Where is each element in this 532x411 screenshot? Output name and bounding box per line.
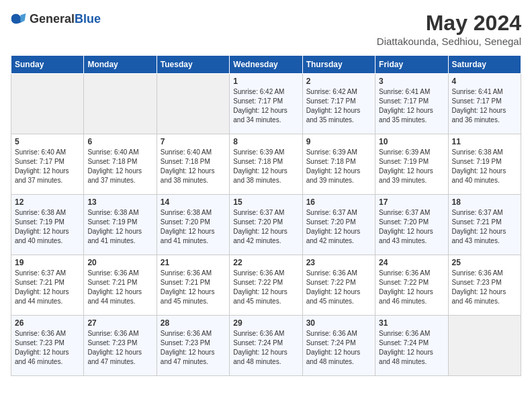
- calendar-cell: 1Sunrise: 6:42 AMSunset: 7:17 PMDaylight…: [230, 74, 302, 134]
- month-title: May 2024: [377, 11, 521, 36]
- day-info: Sunrise: 6:40 AMSunset: 7:17 PMDaylight:…: [15, 148, 80, 185]
- calendar-cell: 21Sunrise: 6:36 AMSunset: 7:21 PMDayligh…: [157, 255, 229, 316]
- calendar-cell: 18Sunrise: 6:37 AMSunset: 7:21 PMDayligh…: [448, 195, 521, 255]
- day-info: Sunrise: 6:36 AMSunset: 7:22 PMDaylight:…: [379, 269, 444, 306]
- day-info: Sunrise: 6:40 AMSunset: 7:18 PMDaylight:…: [161, 148, 226, 185]
- calendar-cell: 10Sunrise: 6:39 AMSunset: 7:19 PMDayligh…: [375, 134, 448, 195]
- column-header-thursday: Thursday: [302, 56, 375, 74]
- day-info: Sunrise: 6:42 AMSunset: 7:17 PMDaylight:…: [233, 87, 298, 125]
- day-info: Sunrise: 6:37 AMSunset: 7:21 PMDaylight:…: [15, 269, 80, 306]
- day-info: Sunrise: 6:41 AMSunset: 7:17 PMDaylight:…: [379, 87, 444, 125]
- column-header-sunday: Sunday: [11, 56, 84, 74]
- logo-blue: Blue: [75, 12, 101, 26]
- day-number: 18: [452, 197, 517, 207]
- day-number: 8: [233, 137, 298, 146]
- calendar-cell: 16Sunrise: 6:37 AMSunset: 7:20 PMDayligh…: [302, 195, 375, 255]
- calendar-cell: 29Sunrise: 6:36 AMSunset: 7:24 PMDayligh…: [230, 316, 302, 376]
- day-info: Sunrise: 6:38 AMSunset: 7:19 PMDaylight:…: [452, 148, 517, 185]
- calendar-week-row: 26Sunrise: 6:36 AMSunset: 7:23 PMDayligh…: [11, 316, 521, 376]
- calendar-cell: 30Sunrise: 6:36 AMSunset: 7:24 PMDayligh…: [302, 316, 375, 376]
- day-info: Sunrise: 6:37 AMSunset: 7:20 PMDaylight:…: [306, 208, 371, 246]
- day-info: Sunrise: 6:37 AMSunset: 7:21 PMDaylight:…: [452, 208, 517, 246]
- day-number: 23: [306, 258, 371, 267]
- day-number: 10: [379, 137, 444, 146]
- page-header: GeneralBlue May 2024 Diattakounda, Sedhi…: [11, 11, 521, 47]
- day-info: Sunrise: 6:36 AMSunset: 7:24 PMDaylight:…: [306, 329, 371, 367]
- day-info: Sunrise: 6:36 AMSunset: 7:23 PMDaylight:…: [161, 329, 226, 367]
- calendar-week-row: 1Sunrise: 6:42 AMSunset: 7:17 PMDaylight…: [11, 74, 521, 134]
- calendar-cell: [448, 316, 521, 376]
- day-number: 14: [161, 197, 226, 207]
- day-number: 21: [161, 258, 226, 267]
- calendar-cell: 24Sunrise: 6:36 AMSunset: 7:22 PMDayligh…: [375, 255, 448, 316]
- calendar-cell: 4Sunrise: 6:41 AMSunset: 7:17 PMDaylight…: [448, 74, 521, 134]
- calendar-cell: 20Sunrise: 6:36 AMSunset: 7:21 PMDayligh…: [84, 255, 157, 316]
- calendar-header-row: SundayMondayTuesdayWednesdayThursdayFrid…: [11, 56, 521, 74]
- day-number: 26: [15, 318, 80, 328]
- day-info: Sunrise: 6:37 AMSunset: 7:20 PMDaylight:…: [233, 208, 298, 246]
- logo: GeneralBlue: [11, 11, 101, 27]
- calendar-week-row: 12Sunrise: 6:38 AMSunset: 7:19 PMDayligh…: [11, 195, 521, 255]
- calendar-cell: 15Sunrise: 6:37 AMSunset: 7:20 PMDayligh…: [230, 195, 302, 255]
- calendar-cell: 23Sunrise: 6:36 AMSunset: 7:22 PMDayligh…: [302, 255, 375, 316]
- calendar-cell: 19Sunrise: 6:37 AMSunset: 7:21 PMDayligh…: [11, 255, 84, 316]
- day-info: Sunrise: 6:36 AMSunset: 7:23 PMDaylight:…: [15, 329, 80, 367]
- day-number: 31: [379, 318, 444, 328]
- day-number: 27: [87, 318, 152, 328]
- calendar-cell: 2Sunrise: 6:42 AMSunset: 7:17 PMDaylight…: [302, 74, 375, 134]
- day-info: Sunrise: 6:36 AMSunset: 7:23 PMDaylight:…: [452, 269, 517, 306]
- calendar-cell: 3Sunrise: 6:41 AMSunset: 7:17 PMDaylight…: [375, 74, 448, 134]
- title-block: May 2024 Diattakounda, Sedhiou, Senegal: [377, 11, 521, 47]
- calendar-cell: 14Sunrise: 6:38 AMSunset: 7:20 PMDayligh…: [157, 195, 229, 255]
- day-number: 7: [161, 137, 226, 146]
- day-info: Sunrise: 6:40 AMSunset: 7:18 PMDaylight:…: [87, 148, 152, 185]
- calendar-cell: 13Sunrise: 6:38 AMSunset: 7:19 PMDayligh…: [84, 195, 157, 255]
- day-number: 6: [87, 137, 152, 146]
- day-info: Sunrise: 6:41 AMSunset: 7:17 PMDaylight:…: [452, 87, 517, 125]
- day-number: 16: [306, 197, 371, 207]
- day-info: Sunrise: 6:38 AMSunset: 7:19 PMDaylight:…: [15, 208, 80, 246]
- column-header-monday: Monday: [84, 56, 157, 74]
- day-number: 9: [306, 137, 371, 146]
- day-info: Sunrise: 6:36 AMSunset: 7:22 PMDaylight:…: [306, 269, 371, 306]
- day-info: Sunrise: 6:39 AMSunset: 7:19 PMDaylight:…: [379, 148, 444, 185]
- day-number: 2: [306, 77, 371, 86]
- calendar-cell: 8Sunrise: 6:39 AMSunset: 7:18 PMDaylight…: [230, 134, 302, 195]
- day-number: 25: [452, 258, 517, 267]
- calendar-cell: 31Sunrise: 6:36 AMSunset: 7:24 PMDayligh…: [375, 316, 448, 376]
- calendar-cell: 7Sunrise: 6:40 AMSunset: 7:18 PMDaylight…: [157, 134, 229, 195]
- calendar-cell: 17Sunrise: 6:37 AMSunset: 7:20 PMDayligh…: [375, 195, 448, 255]
- calendar-cell: 12Sunrise: 6:38 AMSunset: 7:19 PMDayligh…: [11, 195, 84, 255]
- day-number: 20: [87, 258, 152, 267]
- day-info: Sunrise: 6:36 AMSunset: 7:24 PMDaylight:…: [233, 329, 298, 367]
- day-number: 3: [379, 77, 444, 86]
- day-info: Sunrise: 6:36 AMSunset: 7:21 PMDaylight:…: [161, 269, 226, 306]
- day-info: Sunrise: 6:37 AMSunset: 7:20 PMDaylight:…: [379, 208, 444, 246]
- day-number: 12: [15, 197, 80, 207]
- day-info: Sunrise: 6:42 AMSunset: 7:17 PMDaylight:…: [306, 87, 371, 125]
- calendar-cell: 5Sunrise: 6:40 AMSunset: 7:17 PMDaylight…: [11, 134, 84, 195]
- day-info: Sunrise: 6:36 AMSunset: 7:22 PMDaylight:…: [233, 269, 298, 306]
- calendar-week-row: 5Sunrise: 6:40 AMSunset: 7:17 PMDaylight…: [11, 134, 521, 195]
- day-number: 24: [379, 258, 444, 267]
- day-info: Sunrise: 6:36 AMSunset: 7:21 PMDaylight:…: [87, 269, 152, 306]
- day-info: Sunrise: 6:39 AMSunset: 7:18 PMDaylight:…: [306, 148, 371, 185]
- calendar-cell: [157, 74, 229, 134]
- logo-general: General: [30, 12, 75, 26]
- column-header-saturday: Saturday: [448, 56, 521, 74]
- column-header-friday: Friday: [375, 56, 448, 74]
- location-title: Diattakounda, Sedhiou, Senegal: [377, 36, 521, 47]
- day-number: 15: [233, 197, 298, 207]
- day-number: 29: [233, 318, 298, 328]
- day-info: Sunrise: 6:38 AMSunset: 7:19 PMDaylight:…: [87, 208, 152, 246]
- day-number: 22: [233, 258, 298, 267]
- column-header-wednesday: Wednesday: [230, 56, 302, 74]
- day-number: 4: [452, 77, 517, 86]
- day-info: Sunrise: 6:36 AMSunset: 7:23 PMDaylight:…: [87, 329, 152, 367]
- calendar-cell: 26Sunrise: 6:36 AMSunset: 7:23 PMDayligh…: [11, 316, 84, 376]
- calendar-table: SundayMondayTuesdayWednesdayThursdayFrid…: [11, 55, 521, 376]
- day-number: 28: [161, 318, 226, 328]
- calendar-cell: 9Sunrise: 6:39 AMSunset: 7:18 PMDaylight…: [302, 134, 375, 195]
- calendar-cell: 11Sunrise: 6:38 AMSunset: 7:19 PMDayligh…: [448, 134, 521, 195]
- calendar-cell: 28Sunrise: 6:36 AMSunset: 7:23 PMDayligh…: [157, 316, 229, 376]
